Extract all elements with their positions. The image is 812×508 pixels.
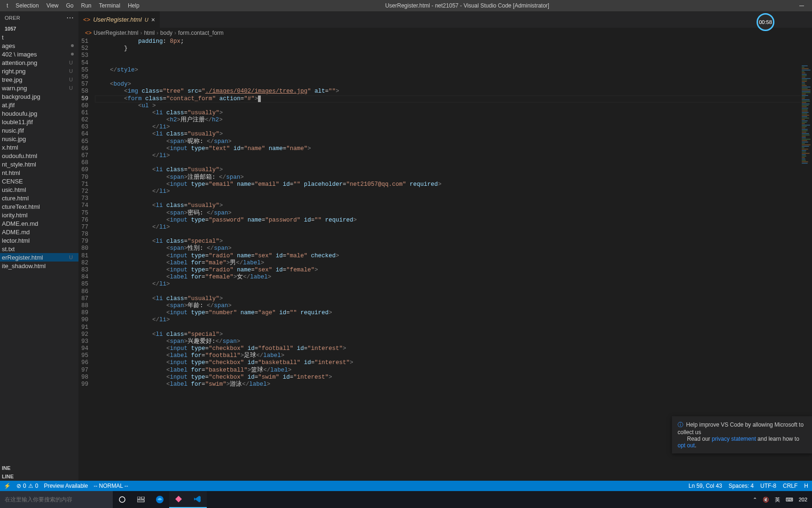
- windows-taskbar: ⌃ 🔇 英 ⌨ 202: [0, 491, 812, 508]
- menu-view[interactable]: View: [43, 1, 62, 10]
- file-item[interactable]: ite_shadow.html: [0, 262, 78, 270]
- explorer-more-icon[interactable]: ⋯: [66, 14, 74, 22]
- notif-text-1: Help improve VS Code by allowing Microso…: [678, 421, 804, 436]
- svg-rect-2: [137, 497, 140, 499]
- menu-go[interactable]: Go: [62, 1, 78, 10]
- breadcrumbs[interactable]: <> UserRegister.html › html › body › for…: [78, 28, 812, 38]
- file-item[interactable]: ADME.en.md: [0, 219, 78, 228]
- file-item[interactable]: usic.html: [0, 185, 78, 194]
- optout-link[interactable]: opt out: [678, 442, 695, 449]
- file-item[interactable]: st.txt: [0, 245, 78, 253]
- explorer-header: ORER ⋯: [0, 11, 78, 24]
- warning-icon: ⚠: [28, 483, 33, 489]
- explorer-sidebar: ORER ⋯ 1057 tages402 \ imagesattention.p…: [0, 11, 78, 481]
- svg-rect-3: [141, 497, 144, 499]
- file-item[interactable]: t: [0, 33, 78, 41]
- menu-selection[interactable]: Selection: [12, 1, 42, 10]
- tray-year[interactable]: 202: [799, 497, 807, 502]
- preview-indicator[interactable]: Preview Available: [44, 483, 88, 489]
- editor-tabs: <> UserRegister.html U ×: [78, 11, 812, 28]
- menu-bar: t Selection View Go Run Terminal Help: [0, 1, 143, 10]
- notif-text-2a: Read our: [678, 436, 712, 442]
- file-item[interactable]: CENSE: [0, 177, 78, 185]
- status-bar: ⚡ ⊘0 ⚠0 Preview Available -- NORMAL -- L…: [0, 481, 812, 491]
- file-item[interactable]: backgroud.jpg: [0, 92, 78, 101]
- menu-terminal[interactable]: Terminal: [95, 1, 124, 10]
- file-item[interactable]: right.pngU: [0, 67, 78, 75]
- info-icon: ⓘ: [678, 421, 683, 428]
- timer-badge: 00:58: [757, 13, 774, 31]
- tray-chevron-icon[interactable]: ⌃: [753, 497, 757, 503]
- file-item[interactable]: iority.html: [0, 211, 78, 219]
- file-item[interactable]: attention.pngU: [0, 58, 78, 67]
- taskbar-search-input[interactable]: [5, 496, 108, 503]
- tray-volume-icon[interactable]: 🔇: [763, 497, 769, 503]
- notif-text-2b: and learn how to: [756, 436, 799, 442]
- remote-button[interactable]: ⚡: [4, 483, 11, 489]
- tray-keyboard-icon[interactable]: ⌨: [786, 497, 793, 503]
- eol-indicator[interactable]: CRLF: [783, 483, 797, 489]
- minimize-button[interactable]: [791, 0, 812, 11]
- file-item[interactable]: ctureText.html: [0, 202, 78, 211]
- outline-section[interactable]: INE: [0, 464, 78, 472]
- vim-mode: -- NORMAL --: [94, 483, 128, 489]
- vscode-icon[interactable]: [188, 491, 207, 508]
- tab-close-icon[interactable]: ×: [151, 16, 155, 24]
- line-gutter[interactable]: 5152535455565758596061626364656667686970…: [78, 38, 96, 481]
- chevron-right-icon: ›: [156, 30, 158, 36]
- notification-toast[interactable]: ⓘHelp improve VS Code by allowing Micros…: [672, 416, 812, 453]
- cursor-position[interactable]: Ln 59, Col 43: [688, 483, 722, 489]
- indent-indicator[interactable]: Spaces: 4: [729, 483, 754, 489]
- file-item[interactable]: ADME.md: [0, 228, 78, 236]
- language-indicator[interactable]: H: [804, 483, 808, 489]
- edge-icon[interactable]: [150, 491, 169, 508]
- file-item[interactable]: houdoufu.jpg: [0, 109, 78, 118]
- breadcrumb-form[interactable]: form.contact_form: [178, 30, 224, 36]
- html-file-icon: <>: [83, 16, 90, 23]
- file-item[interactable]: lector.html: [0, 236, 78, 245]
- tab-filename: UserRegister.html: [93, 16, 142, 23]
- breadcrumb-file[interactable]: UserRegister.html: [94, 30, 138, 36]
- tab-userregister[interactable]: <> UserRegister.html U ×: [78, 11, 160, 28]
- tray-ime-icon[interactable]: 英: [775, 496, 780, 503]
- file-item[interactable]: oudoufu.html: [0, 151, 78, 160]
- explorer-title: ORER: [5, 15, 20, 21]
- cortana-icon[interactable]: [113, 491, 132, 508]
- tab-git-badge: U: [145, 17, 148, 23]
- app-icon[interactable]: [169, 491, 188, 508]
- file-item[interactable]: nusic.jfif: [0, 126, 78, 135]
- file-item[interactable]: 402 \ images: [0, 50, 78, 58]
- svg-rect-4: [137, 500, 144, 502]
- file-item[interactable]: warn.pngU: [0, 84, 78, 92]
- notif-period: .: [695, 442, 696, 449]
- file-item[interactable]: nt_style.html: [0, 160, 78, 168]
- breadcrumb-file-icon: <>: [85, 30, 92, 36]
- encoding-indicator[interactable]: UTF-8: [760, 483, 776, 489]
- file-item[interactable]: nusic.jpg: [0, 135, 78, 143]
- file-item[interactable]: nt.html: [0, 168, 78, 177]
- file-item[interactable]: tree.jpgU: [0, 75, 78, 84]
- file-item[interactable]: ages: [0, 41, 78, 50]
- menu-run[interactable]: Run: [78, 1, 95, 10]
- svg-marker-6: [175, 496, 182, 502]
- problems-indicator[interactable]: ⊘0 ⚠0: [16, 483, 38, 489]
- svg-point-1: [119, 497, 125, 502]
- code-editor[interactable]: padding: 8px; } </style> <body> <img cla…: [96, 38, 812, 481]
- file-tree: tages402 \ imagesattention.pngUright.png…: [0, 33, 78, 270]
- menu-help[interactable]: Help: [124, 1, 143, 10]
- chevron-right-icon: ›: [140, 30, 142, 36]
- taskbar-search[interactable]: [0, 491, 113, 508]
- breadcrumb-html[interactable]: html: [144, 30, 155, 36]
- error-icon: ⊘: [16, 483, 21, 489]
- privacy-link[interactable]: privacy statement: [712, 436, 756, 442]
- file-item[interactable]: x.html: [0, 143, 78, 151]
- file-item[interactable]: erRegister.htmlU: [0, 253, 78, 262]
- project-name[interactable]: 1057: [0, 24, 78, 33]
- breadcrumb-body[interactable]: body: [160, 30, 172, 36]
- menu-edit[interactable]: t: [3, 1, 12, 10]
- file-item[interactable]: louble11.jfif: [0, 118, 78, 126]
- timeline-section[interactable]: LINE: [0, 472, 78, 481]
- file-item[interactable]: cture.html: [0, 194, 78, 202]
- task-view-icon[interactable]: [132, 491, 150, 508]
- file-item[interactable]: at.jfif: [0, 101, 78, 109]
